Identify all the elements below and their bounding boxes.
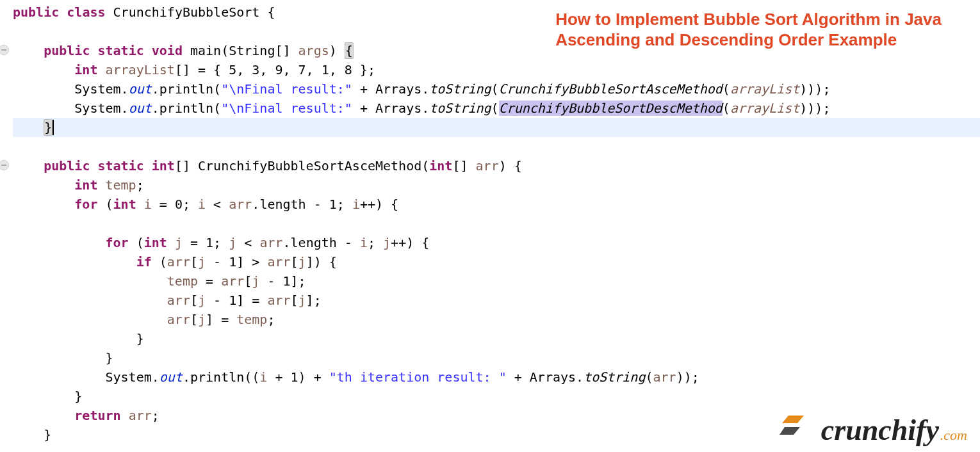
var-temp: temp [167, 273, 198, 289]
var-arr: arr [129, 408, 152, 423]
var-arrayList-decl: arrayList [106, 62, 175, 77]
crunchify-logo: crunchify .com [779, 412, 967, 447]
arg-arrayList: arrayList [730, 101, 799, 116]
keyword-public: public [44, 43, 90, 58]
arg-arrayList: arrayList [730, 81, 799, 97]
var-arr: arr [267, 293, 290, 308]
method-println: println [159, 101, 213, 116]
var-i: i [352, 197, 360, 212]
id-system: System [74, 81, 120, 97]
brace-match: } [44, 119, 53, 136]
lit-one: 1 [282, 273, 290, 289]
brace-match: { [345, 42, 354, 59]
var-i: i [360, 235, 368, 250]
keyword-for: for [74, 197, 97, 212]
method-main: main [190, 43, 221, 58]
method-println: println [159, 81, 213, 97]
var-arr: arr [653, 369, 676, 385]
code-block[interactable]: public class CrunchifyBubbleSort { publi… [13, 3, 980, 444]
var-arr: arr [167, 293, 190, 308]
svg-marker-0 [782, 416, 804, 423]
keyword-for: for [106, 235, 129, 250]
type-string-array: String[] [229, 43, 290, 58]
keyword-return: return [74, 408, 120, 423]
keyword-public: public [44, 158, 90, 174]
param-args: args [298, 43, 329, 58]
var-temp: temp [236, 312, 267, 327]
var-j: j [298, 293, 306, 308]
array-init: { 5, 3, 9, 7, 1, 8 } [213, 62, 368, 77]
var-arr: arr [221, 273, 244, 289]
keyword-void: void [152, 43, 183, 58]
keyword-if: if [136, 254, 152, 270]
keyword-static: static [97, 43, 143, 58]
var-j: j [383, 235, 391, 250]
logo-word: crunchify [821, 413, 939, 447]
var-i: i [198, 197, 206, 212]
lit-one: 1 [329, 197, 337, 212]
annotation-line-2: Ascending and Descending Order Example [555, 29, 942, 50]
keyword-class: class [67, 4, 105, 20]
keyword-public: public [13, 4, 59, 20]
param-arr: arr [476, 158, 499, 174]
var-arr: arr [229, 197, 252, 212]
keyword-int: int [152, 158, 175, 174]
current-line-highlight: } [13, 118, 980, 137]
field-length: length [259, 197, 306, 212]
keyword-int: int [429, 158, 452, 174]
var-j: j [229, 235, 236, 250]
id-arrays: Arrays [375, 101, 421, 116]
id-system: System [106, 369, 152, 385]
var-temp: temp [106, 177, 136, 193]
svg-marker-1 [780, 427, 800, 435]
field-length: length [291, 235, 337, 250]
method-tostring: toString [584, 369, 645, 385]
var-j: j [198, 293, 206, 308]
selection-desc-method: CrunchifyBubbleSortDescMethod [499, 101, 723, 116]
fold-marker-icon[interactable] [0, 160, 9, 170]
var-i: i [144, 197, 152, 212]
lit-one: 1 [229, 293, 236, 308]
method-asce-decl: CrunchifyBubbleSortAsceMethod [198, 158, 421, 174]
var-arr: arr [167, 254, 190, 270]
logo-icon [779, 412, 819, 440]
lit-zero: 0 [175, 197, 183, 212]
var-arr: arr [259, 235, 282, 250]
class-name: CrunchifyBubbleSort [113, 4, 260, 20]
var-j: j [175, 235, 183, 250]
call-asce-method: CrunchifyBubbleSortAsceMethod [499, 81, 723, 97]
call-desc-method: CrunchifyBubbleSortDescMethod [499, 101, 723, 116]
var-j: j [198, 254, 206, 270]
method-tostring: toString [429, 101, 491, 116]
var-j: j [298, 254, 306, 270]
field-out: out [129, 101, 152, 116]
str-iter-result: "th iteration result: " [329, 369, 507, 385]
keyword-static: static [97, 158, 143, 174]
keyword-int: int [74, 177, 97, 193]
code-editor[interactable]: How to Implement Bubble Sort Algorithm i… [0, 0, 980, 452]
id-system: System [74, 101, 120, 116]
lit-one: 1 [291, 369, 298, 385]
keyword-int: int [144, 235, 167, 250]
var-arr: arr [267, 254, 290, 270]
var-i: i [259, 369, 267, 385]
lit-one: 1 [206, 235, 213, 250]
annotation-overlay: How to Implement Bubble Sort Algorithm i… [555, 9, 942, 50]
logo-suffix: .com [940, 427, 967, 444]
field-out: out [129, 81, 152, 97]
var-j: j [252, 273, 259, 289]
var-j: j [198, 312, 206, 327]
keyword-int: int [113, 197, 136, 212]
str-final-result: "\nFinal result:" [221, 81, 352, 97]
id-arrays: Arrays [530, 369, 576, 385]
fold-marker-icon[interactable] [0, 45, 9, 55]
annotation-line-1: How to Implement Bubble Sort Algorithm i… [555, 9, 942, 29]
id-arrays: Arrays [375, 81, 421, 97]
field-out: out [159, 369, 183, 385]
lit-one: 1 [229, 254, 236, 270]
text-cursor [53, 120, 54, 135]
var-arr: arr [167, 312, 190, 327]
str-final-result: "\nFinal result:" [221, 101, 352, 116]
method-tostring: toString [429, 81, 491, 97]
method-println: println [190, 369, 244, 385]
